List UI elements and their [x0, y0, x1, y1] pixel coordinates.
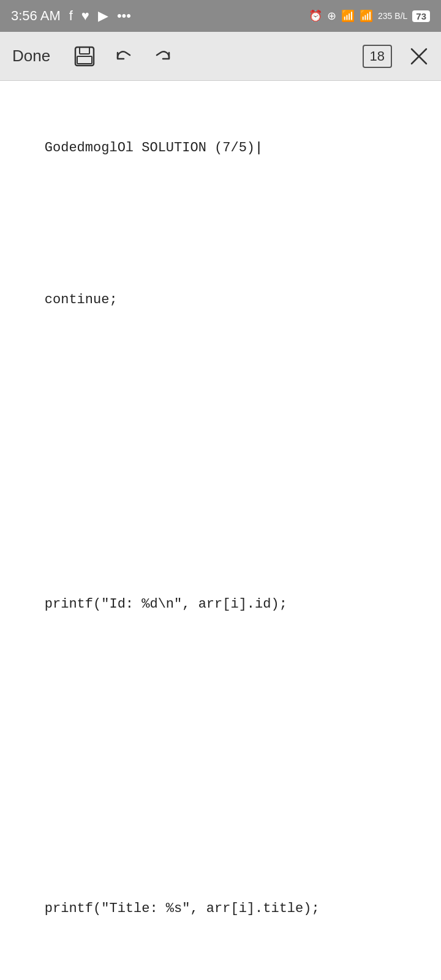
- code-line-2: continue;: [12, 285, 429, 315]
- redo-button[interactable]: [152, 45, 174, 67]
- youtube-icon: ▶: [98, 8, 108, 24]
- code-line-4: [12, 437, 429, 467]
- time: 3:56 AM: [11, 8, 61, 24]
- alarm-icon: ⏰: [309, 9, 322, 23]
- code-line-11: [12, 970, 429, 980]
- signal-icon: 📶: [360, 9, 373, 23]
- wifi-icon: 📶: [341, 9, 355, 23]
- code-line-5: [12, 513, 429, 543]
- dots-icon: •••: [117, 8, 131, 24]
- toolbar: Done 18: [0, 32, 441, 81]
- close-button[interactable]: [409, 47, 429, 66]
- code-line-1: [12, 209, 429, 239]
- undo-button[interactable]: [113, 45, 135, 67]
- code-editor[interactable]: GodedmoglOl SOLUTION (7/5) continue; pri…: [0, 81, 441, 980]
- code-line-6: printf("Id: %d\n", arr[i].id);: [12, 589, 429, 619]
- font-size-display: 18: [363, 45, 392, 68]
- save-button[interactable]: [74, 45, 96, 67]
- code-line-3: [12, 361, 429, 391]
- svg-rect-1: [80, 47, 89, 54]
- status-bar: 3:56 AM f ♥ ▶ ••• ⏰ ⊕ 📶 📶 235 B/L 73: [0, 0, 441, 32]
- signal-text: 235 B/L: [378, 11, 407, 21]
- code-line-10: printf("Title: %s", arr[i].title);: [12, 894, 429, 924]
- code-line-8: [12, 741, 429, 771]
- code-line-0: GodedmoglOl SOLUTION (7/5): [12, 133, 429, 163]
- status-left: 3:56 AM f ♥ ▶ •••: [11, 8, 131, 24]
- plus-circle-icon: ⊕: [327, 9, 336, 23]
- code-line-7: [12, 665, 429, 695]
- code-line-9: [12, 817, 429, 847]
- status-right: ⏰ ⊕ 📶 📶 235 B/L 73: [309, 9, 430, 23]
- done-button[interactable]: Done: [12, 47, 50, 66]
- hinge-icon: ♥: [81, 8, 89, 24]
- battery: 73: [412, 10, 430, 22]
- svg-rect-2: [77, 56, 92, 64]
- facebook-icon: f: [69, 8, 73, 24]
